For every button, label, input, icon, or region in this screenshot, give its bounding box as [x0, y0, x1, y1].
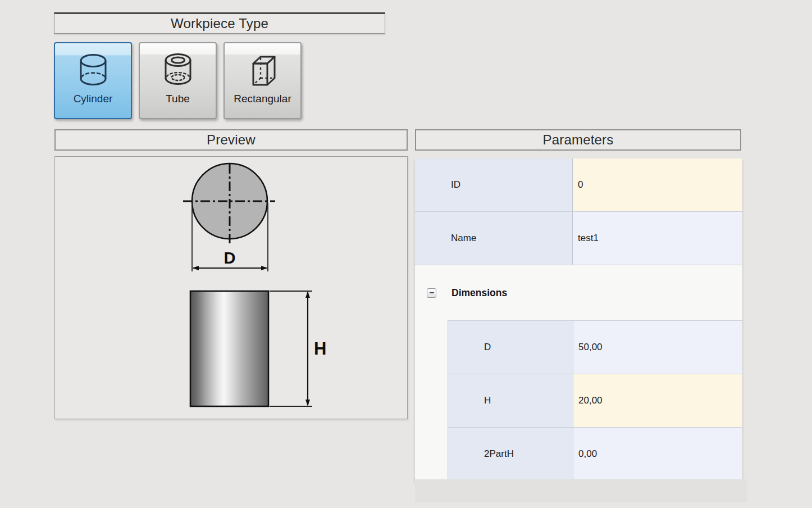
- param-row-d: D 50,00: [448, 321, 742, 374]
- table-bottom-shadow: [415, 479, 747, 502]
- rectangular-button[interactable]: Rectangular: [223, 42, 302, 119]
- preview-title: Preview: [207, 132, 256, 148]
- workpiece-type-header: Workpiece Type: [54, 12, 385, 34]
- rectangular-icon: [245, 52, 280, 87]
- dimensions-sub-table: D 50,00 H 20,00 2PartH: [448, 320, 742, 480]
- param-row-2parth: 2PartH 0,00: [448, 428, 742, 480]
- cylinder-side-view: [190, 291, 268, 406]
- parameters-header: Parameters: [415, 129, 741, 151]
- param-label-h: H: [448, 374, 573, 427]
- cylinder-button-label: Cylinder: [74, 93, 113, 105]
- tube-icon: [161, 52, 195, 87]
- param-value-name[interactable]: test1: [573, 212, 742, 265]
- param-value-id[interactable]: 0: [573, 158, 742, 211]
- workpiece-setup-window: Workpiece Type Cylinder: [0, 0, 812, 508]
- workpiece-type-title: Workpiece Type: [171, 16, 268, 31]
- dimensions-group-header[interactable]: Dimensions: [415, 265, 742, 320]
- cylinder-icon: [76, 52, 111, 87]
- tube-button[interactable]: Tube: [139, 42, 217, 119]
- param-label-d: D: [448, 321, 573, 374]
- cylinder-button[interactable]: Cylinder: [54, 42, 132, 119]
- param-label-id: ID: [415, 158, 573, 211]
- cylinder-preview-drawing: D H: [55, 157, 407, 419]
- param-row-name: Name test1: [415, 212, 742, 265]
- preview-panel: D H: [54, 156, 408, 419]
- param-row-id: ID 0: [415, 158, 742, 212]
- diameter-dimension-label: D: [224, 249, 236, 267]
- dimensions-section: Dimensions D 50,00 H 20,00: [415, 265, 742, 480]
- collapse-minus-icon[interactable]: [427, 288, 436, 298]
- param-row-h: H 20,00: [448, 374, 742, 428]
- param-label-name: Name: [415, 212, 573, 265]
- tube-button-label: Tube: [166, 93, 190, 105]
- param-value-d[interactable]: 50,00: [573, 321, 742, 374]
- rectangular-button-label: Rectangular: [234, 93, 291, 105]
- height-dimension-label: H: [314, 339, 326, 359]
- param-label-2parth: 2PartH: [448, 428, 573, 480]
- preview-header: Preview: [54, 129, 408, 151]
- parameters-title: Parameters: [542, 132, 613, 148]
- dimensions-group-title: Dimensions: [451, 287, 507, 299]
- param-value-h[interactable]: 20,00: [573, 374, 742, 427]
- param-value-2parth[interactable]: 0,00: [573, 428, 742, 480]
- parameters-table: ID 0 Name test1 Dimensions: [415, 158, 742, 482]
